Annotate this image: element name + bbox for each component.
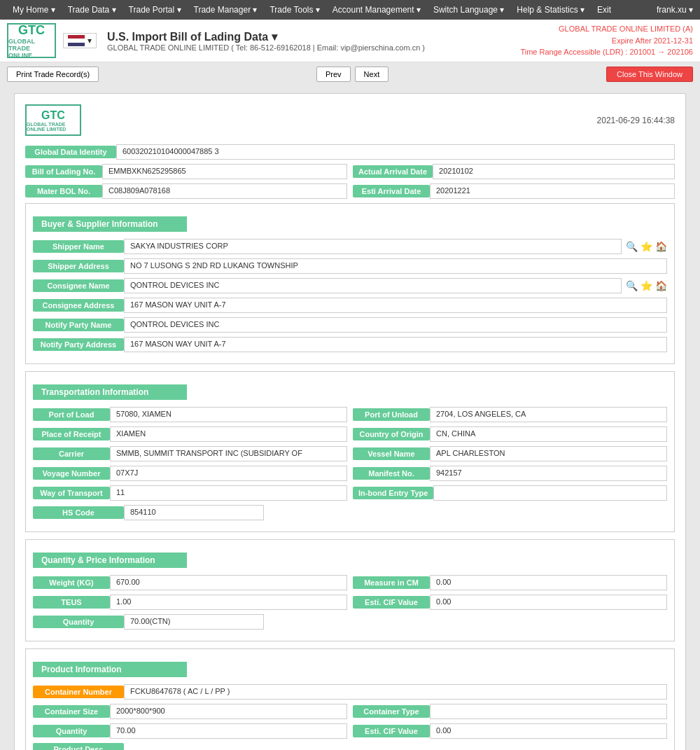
esti-arrival-field: Esti Arrival Date 20201221	[353, 183, 675, 199]
consignee-name-value: QONTROL DEVICES INC	[124, 278, 622, 293]
nav-trade-data[interactable]: Trade Data ▾	[62, 3, 122, 17]
shipper-star-icon[interactable]: ⭐	[640, 241, 652, 252]
receipt-origin-row: Place of Receipt XIAMEN Country of Origi…	[33, 426, 667, 442]
consignee-search-icon[interactable]: 🔍	[626, 280, 638, 291]
esti-cif-field: Esti. CIF Value 0.00	[353, 595, 667, 610]
company-subtitle: GLOBAL TRADE ONLINE LIMITED ( Tel: 86-51…	[107, 43, 520, 52]
notify-party-name-value: QONTROL DEVICES INC	[124, 317, 667, 333]
container-size-label: Container Size	[33, 705, 110, 718]
user-account[interactable]: frank.xu ▾	[657, 5, 693, 15]
buyer-supplier-header: Buyer & Supplier Information	[33, 216, 187, 232]
port-of-load-field: Port of Load 57080, XIAMEN	[33, 407, 347, 422]
language-flag[interactable]: ▾	[63, 33, 97, 48]
consignee-star-icon[interactable]: ⭐	[640, 280, 652, 291]
account-info: GLOBAL TRADE ONLINE LIMITED (A) Expire A…	[520, 23, 693, 58]
mater-bol-field: Mater BOL No. C08J809A078168	[25, 183, 347, 199]
record-header: GTC GLOBAL TRADE ONLINE LIMITED 2021-06-…	[25, 104, 675, 136]
country-of-origin-field: Country of Origin CN, CHINA	[353, 426, 667, 442]
vessel-name-value: APL CHARLESTON	[430, 446, 667, 461]
shipper-name-value: SAKYA INDUSTRIES CORP	[124, 239, 622, 254]
page-title[interactable]: U.S. Import Bill of Lading Data ▾	[107, 30, 520, 43]
close-button-top[interactable]: Close This Window	[606, 67, 693, 82]
container-size-field: Container Size 2000*800*900	[33, 704, 347, 719]
actual-arrival-value: 20210102	[433, 164, 675, 179]
teus-label: TEUS	[33, 596, 110, 609]
weight-value: 670.00	[110, 575, 347, 590]
esti-arrival-label: Esti Arrival Date	[353, 185, 430, 197]
notify-party-address-value: 167 MASON WAY UNIT A-7	[124, 337, 667, 352]
print-button-top[interactable]: Print Trade Record(s)	[7, 67, 99, 82]
record-logo-box: GTC GLOBAL TRADE ONLINE LIMITED	[25, 104, 81, 136]
shipper-icons: 🔍 ⭐ 🏠	[626, 241, 667, 252]
quantity-price-section: Quantity & Price Information Weight (KG)…	[25, 539, 675, 641]
consignee-name-row: Consignee Name QONTROL DEVICES INC 🔍 ⭐ 🏠	[33, 278, 667, 293]
nav-help-statistics[interactable]: Help & Statistics ▾	[511, 3, 590, 17]
quantity-price-header: Quantity & Price Information	[33, 553, 187, 568]
record-timestamp: 2021-06-29 16:44:38	[597, 116, 675, 125]
port-of-unload-field: Port of Unload 2704, LOS ANGELES, CA	[353, 407, 667, 422]
shipper-address-row: Shipper Address NO 7 LUSONG S 2ND RD LUK…	[33, 258, 667, 274]
shipper-search-icon[interactable]: 🔍	[626, 241, 638, 252]
mater-bol-row: Mater BOL No. C08J809A078168 Esti Arriva…	[25, 183, 675, 199]
vessel-name-label: Vessel Name	[353, 447, 430, 460]
hs-code-label: HS Code	[33, 506, 124, 519]
product-esti-cif-value: 0.00	[430, 723, 667, 739]
port-of-unload-value: 2704, LOS ANGELES, CA	[430, 407, 667, 422]
transportation-section: Transportation Information Port of Load …	[25, 371, 675, 532]
country-of-origin-value: CN, CHINA	[430, 426, 667, 442]
teus-field: TEUS 1.00	[33, 595, 347, 610]
nav-trade-portal[interactable]: Trade Portal ▾	[123, 3, 187, 17]
bill-no-value: EMMBXKN625295865	[102, 164, 347, 179]
shipper-home-icon[interactable]: 🏠	[655, 241, 667, 252]
in-bond-entry-field: In-bond Entry Type	[353, 485, 667, 501]
transportation-header: Transportation Information	[33, 384, 187, 400]
global-data-row: Global Data Identity 6003202101040000478…	[25, 144, 675, 160]
consignee-icons: 🔍 ⭐ 🏠	[626, 280, 667, 291]
way-of-transport-value: 11	[110, 485, 347, 501]
notify-party-address-label: Notify Party Address	[33, 338, 124, 351]
consignee-home-icon[interactable]: 🏠	[655, 280, 667, 291]
nav-account-management[interactable]: Account Management ▾	[327, 3, 426, 17]
product-desc-label[interactable]: Product Desc	[33, 743, 124, 750]
manifest-no-label: Manifest No.	[353, 467, 430, 480]
weight-label: Weight (KG)	[33, 576, 110, 589]
product-esti-cif-label: Esti. CIF Value	[353, 725, 430, 737]
top-toolbar: Print Trade Record(s) Prev Next Close Th…	[0, 62, 700, 86]
quantity-label: Quantity	[33, 616, 124, 628]
vessel-name-field: Vessel Name APL CHARLESTON	[353, 446, 667, 461]
consignee-address-row: Consignee Address 167 MASON WAY UNIT A-7	[33, 298, 667, 313]
way-of-transport-label: Way of Transport	[33, 487, 110, 499]
nav-exit[interactable]: Exit	[592, 3, 617, 17]
carrier-label: Carrier	[33, 447, 110, 460]
next-button-top[interactable]: Next	[355, 67, 389, 82]
quantity-value: 70.00(CTN)	[124, 614, 264, 630]
toolbar-left: Print Trade Record(s)	[7, 67, 99, 82]
container-number-label[interactable]: Container Number	[33, 686, 124, 698]
teus-cif-row: TEUS 1.00 Esti. CIF Value 0.00	[33, 595, 667, 610]
nav-trade-manager[interactable]: Trade Manager ▾	[188, 3, 263, 17]
nav-switch-language[interactable]: Switch Language ▾	[428, 3, 510, 17]
toolbar-nav: Prev Next	[316, 67, 388, 82]
esti-cif-label: Esti. CIF Value	[353, 596, 430, 609]
teus-value: 1.00	[110, 595, 347, 610]
shipper-name-label: Shipper Name	[33, 240, 124, 253]
in-bond-entry-label: In-bond Entry Type	[353, 487, 433, 499]
carrier-field: Carrier SMMB, SUMMIT TRANSPORT INC (SUBS…	[33, 446, 347, 461]
nav-my-home[interactable]: My Home ▾	[7, 3, 61, 17]
carrier-vessel-row: Carrier SMMB, SUMMIT TRANSPORT INC (SUBS…	[33, 446, 667, 461]
global-data-value: 600320210104000047885 3	[116, 144, 675, 160]
esti-cif-value: 0.00	[430, 595, 667, 610]
container-size-type-row: Container Size 2000*800*900 Container Ty…	[33, 704, 667, 719]
consignee-address-label: Consignee Address	[33, 299, 124, 312]
nav-items: My Home ▾ Trade Data ▾ Trade Portal ▾ Tr…	[7, 3, 617, 17]
prev-button-top[interactable]: Prev	[316, 67, 351, 82]
consignee-name-label: Consignee Name	[33, 279, 124, 292]
top-navigation: My Home ▾ Trade Data ▾ Trade Portal ▾ Tr…	[0, 0, 700, 20]
esti-arrival-value: 20201221	[430, 183, 675, 199]
container-number-row: Container Number FCKU8647678 ( AC / L / …	[33, 684, 667, 700]
nav-trade-tools[interactable]: Trade Tools ▾	[264, 3, 325, 17]
shipper-address-label: Shipper Address	[33, 260, 124, 272]
buyer-supplier-section: Buyer & Supplier Information Shipper Nam…	[25, 203, 675, 364]
product-qty-cif-row: Quantity 70.00 Esti. CIF Value 0.00	[33, 723, 667, 739]
place-of-receipt-value: XIAMEN	[110, 426, 347, 442]
